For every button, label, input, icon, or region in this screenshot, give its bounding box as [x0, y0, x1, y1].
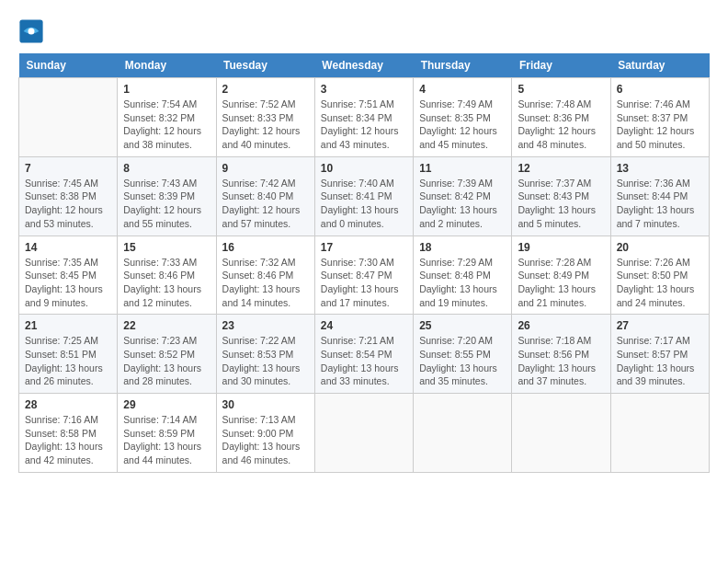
- day-header-thursday: Thursday: [414, 53, 512, 78]
- logo-icon: [18, 18, 44, 44]
- day-number: 28: [25, 398, 111, 411]
- calendar-cell: 22Sunrise: 7:23 AM Sunset: 8:52 PM Dayli…: [118, 315, 216, 394]
- calendar-cell: [414, 394, 512, 473]
- calendar-cell: 12Sunrise: 7:37 AM Sunset: 8:43 PM Dayli…: [512, 156, 610, 236]
- day-info: Sunrise: 7:49 AM Sunset: 8:35 PM Dayligh…: [419, 98, 506, 152]
- day-info: Sunrise: 7:36 AM Sunset: 8:44 PM Dayligh…: [617, 177, 703, 231]
- day-number: 23: [222, 319, 309, 332]
- day-info: Sunrise: 7:33 AM Sunset: 8:46 PM Dayligh…: [123, 256, 210, 310]
- calendar-cell: 7Sunrise: 7:45 AM Sunset: 8:38 PM Daylig…: [19, 156, 118, 236]
- calendar-header: SundayMondayTuesdayWednesdayThursdayFrid…: [19, 53, 710, 78]
- day-header-sunday: Sunday: [19, 53, 118, 78]
- day-info: Sunrise: 7:35 AM Sunset: 8:45 PM Dayligh…: [25, 256, 111, 310]
- calendar-cell: 3Sunrise: 7:51 AM Sunset: 8:34 PM Daylig…: [314, 78, 413, 157]
- day-info: Sunrise: 7:22 AM Sunset: 8:53 PM Dayligh…: [222, 334, 309, 388]
- day-number: 18: [419, 241, 506, 254]
- day-info: Sunrise: 7:48 AM Sunset: 8:36 PM Dayligh…: [518, 98, 604, 152]
- calendar-week-2: 7Sunrise: 7:45 AM Sunset: 8:38 PM Daylig…: [19, 156, 710, 236]
- calendar-cell: 28Sunrise: 7:16 AM Sunset: 8:58 PM Dayli…: [19, 394, 118, 473]
- calendar-cell: 19Sunrise: 7:28 AM Sunset: 8:49 PM Dayli…: [512, 236, 610, 315]
- calendar-cell: 30Sunrise: 7:13 AM Sunset: 9:00 PM Dayli…: [216, 394, 314, 473]
- day-info: Sunrise: 7:52 AM Sunset: 8:33 PM Dayligh…: [222, 98, 309, 152]
- day-info: Sunrise: 7:18 AM Sunset: 8:56 PM Dayligh…: [518, 334, 604, 388]
- calendar-body: 1Sunrise: 7:54 AM Sunset: 8:32 PM Daylig…: [19, 78, 710, 473]
- day-info: Sunrise: 7:45 AM Sunset: 8:38 PM Dayligh…: [25, 177, 111, 231]
- day-number: 15: [123, 241, 210, 254]
- day-number: 5: [518, 83, 604, 96]
- calendar-cell: 25Sunrise: 7:20 AM Sunset: 8:55 PM Dayli…: [414, 315, 512, 394]
- day-info: Sunrise: 7:20 AM Sunset: 8:55 PM Dayligh…: [419, 334, 506, 388]
- day-header-tuesday: Tuesday: [216, 53, 314, 78]
- day-number: 14: [25, 241, 111, 254]
- day-info: Sunrise: 7:26 AM Sunset: 8:50 PM Dayligh…: [617, 256, 703, 310]
- day-info: Sunrise: 7:46 AM Sunset: 8:37 PM Dayligh…: [617, 98, 703, 152]
- day-number: 19: [518, 241, 604, 254]
- calendar-cell: 5Sunrise: 7:48 AM Sunset: 8:36 PM Daylig…: [512, 78, 610, 157]
- day-number: 4: [419, 83, 506, 96]
- day-header-saturday: Saturday: [610, 53, 709, 78]
- day-header-wednesday: Wednesday: [314, 53, 413, 78]
- calendar-cell: 10Sunrise: 7:40 AM Sunset: 8:41 PM Dayli…: [314, 156, 413, 236]
- calendar-cell: 24Sunrise: 7:21 AM Sunset: 8:54 PM Dayli…: [314, 315, 413, 394]
- calendar-cell: 20Sunrise: 7:26 AM Sunset: 8:50 PM Dayli…: [610, 236, 709, 315]
- day-number: 17: [321, 241, 407, 254]
- day-info: Sunrise: 7:25 AM Sunset: 8:51 PM Dayligh…: [25, 334, 111, 388]
- header: [18, 18, 710, 44]
- day-number: 7: [25, 162, 111, 175]
- calendar-cell: 27Sunrise: 7:17 AM Sunset: 8:57 PM Dayli…: [610, 315, 709, 394]
- day-info: Sunrise: 7:43 AM Sunset: 8:39 PM Dayligh…: [123, 177, 210, 231]
- calendar-cell: 2Sunrise: 7:52 AM Sunset: 8:33 PM Daylig…: [216, 78, 314, 157]
- day-number: 1: [123, 83, 210, 96]
- calendar-week-1: 1Sunrise: 7:54 AM Sunset: 8:32 PM Daylig…: [19, 78, 710, 157]
- calendar-week-4: 21Sunrise: 7:25 AM Sunset: 8:51 PM Dayli…: [19, 315, 710, 394]
- day-number: 29: [123, 398, 210, 411]
- day-info: Sunrise: 7:23 AM Sunset: 8:52 PM Dayligh…: [123, 334, 210, 388]
- day-info: Sunrise: 7:32 AM Sunset: 8:46 PM Dayligh…: [222, 256, 309, 310]
- day-number: 26: [518, 319, 604, 332]
- calendar-cell: 6Sunrise: 7:46 AM Sunset: 8:37 PM Daylig…: [610, 78, 709, 157]
- day-number: 9: [222, 162, 309, 175]
- day-number: 20: [617, 241, 703, 254]
- day-number: 11: [419, 162, 506, 175]
- logo: [18, 18, 48, 44]
- day-header-friday: Friday: [512, 53, 610, 78]
- day-number: 24: [321, 319, 407, 332]
- day-number: 30: [222, 398, 309, 411]
- calendar-cell: [512, 394, 610, 473]
- calendar-cell: 13Sunrise: 7:36 AM Sunset: 8:44 PM Dayli…: [610, 156, 709, 236]
- day-info: Sunrise: 7:40 AM Sunset: 8:41 PM Dayligh…: [321, 177, 407, 231]
- calendar-cell: 11Sunrise: 7:39 AM Sunset: 8:42 PM Dayli…: [414, 156, 512, 236]
- day-info: Sunrise: 7:21 AM Sunset: 8:54 PM Dayligh…: [321, 334, 407, 388]
- day-info: Sunrise: 7:37 AM Sunset: 8:43 PM Dayligh…: [518, 177, 604, 231]
- day-number: 10: [321, 162, 407, 175]
- day-number: 3: [321, 83, 407, 96]
- calendar-cell: 4Sunrise: 7:49 AM Sunset: 8:35 PM Daylig…: [414, 78, 512, 157]
- day-number: 2: [222, 83, 309, 96]
- day-info: Sunrise: 7:29 AM Sunset: 8:48 PM Dayligh…: [419, 256, 506, 310]
- calendar-cell: 8Sunrise: 7:43 AM Sunset: 8:39 PM Daylig…: [118, 156, 216, 236]
- calendar-table: SundayMondayTuesdayWednesdayThursdayFrid…: [18, 53, 710, 473]
- day-number: 27: [617, 319, 703, 332]
- calendar-cell: [610, 394, 709, 473]
- calendar-cell: 26Sunrise: 7:18 AM Sunset: 8:56 PM Dayli…: [512, 315, 610, 394]
- calendar-cell: 17Sunrise: 7:30 AM Sunset: 8:47 PM Dayli…: [314, 236, 413, 315]
- day-number: 13: [617, 162, 703, 175]
- day-info: Sunrise: 7:42 AM Sunset: 8:40 PM Dayligh…: [222, 177, 309, 231]
- calendar-cell: [314, 394, 413, 473]
- calendar-cell: 29Sunrise: 7:14 AM Sunset: 8:59 PM Dayli…: [118, 394, 216, 473]
- day-info: Sunrise: 7:17 AM Sunset: 8:57 PM Dayligh…: [617, 334, 703, 388]
- calendar-cell: 1Sunrise: 7:54 AM Sunset: 8:32 PM Daylig…: [118, 78, 216, 157]
- calendar-cell: 18Sunrise: 7:29 AM Sunset: 8:48 PM Dayli…: [414, 236, 512, 315]
- day-number: 16: [222, 241, 309, 254]
- day-info: Sunrise: 7:16 AM Sunset: 8:58 PM Dayligh…: [25, 413, 111, 467]
- calendar-cell: 16Sunrise: 7:32 AM Sunset: 8:46 PM Dayli…: [216, 236, 314, 315]
- day-number: 22: [123, 319, 210, 332]
- day-info: Sunrise: 7:54 AM Sunset: 8:32 PM Dayligh…: [123, 98, 210, 152]
- calendar-cell: 14Sunrise: 7:35 AM Sunset: 8:45 PM Dayli…: [19, 236, 118, 315]
- day-info: Sunrise: 7:14 AM Sunset: 8:59 PM Dayligh…: [123, 413, 210, 467]
- day-number: 21: [25, 319, 111, 332]
- day-info: Sunrise: 7:39 AM Sunset: 8:42 PM Dayligh…: [419, 177, 506, 231]
- calendar-cell: 15Sunrise: 7:33 AM Sunset: 8:46 PM Dayli…: [118, 236, 216, 315]
- day-header-monday: Monday: [118, 53, 216, 78]
- svg-point-1: [28, 29, 35, 35]
